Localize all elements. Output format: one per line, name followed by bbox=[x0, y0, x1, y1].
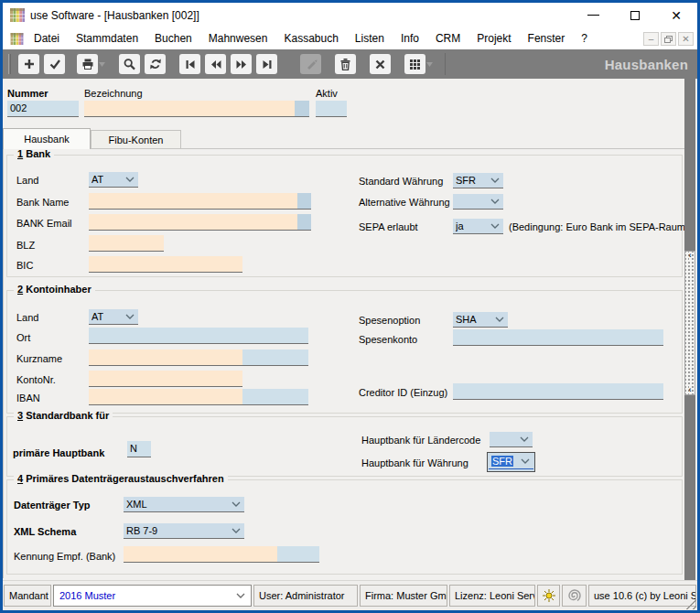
kurzname-field[interactable] bbox=[89, 350, 308, 366]
refresh-button[interactable] bbox=[145, 54, 166, 74]
spesenkonto-label: Spesenkonto bbox=[359, 334, 417, 345]
xml-schema-combo[interactable]: RB 7-9 bbox=[124, 523, 244, 539]
new-record-button[interactable] bbox=[18, 54, 39, 74]
spesenkonto-field[interactable] bbox=[453, 329, 663, 346]
first-record-icon bbox=[184, 59, 197, 70]
iban-field[interactable] bbox=[89, 389, 308, 405]
close-button[interactable]: ✕ bbox=[662, 5, 690, 26]
print-dropdown-button[interactable] bbox=[98, 54, 106, 74]
kennung-label: Kennung Empf. (Bank) bbox=[14, 551, 115, 562]
group-bank-title: 1 Bank bbox=[14, 148, 54, 159]
delete-button[interactable] bbox=[335, 54, 356, 74]
application-window: use Software - [Hausbanken [002]] ✕ Date… bbox=[0, 0, 700, 613]
menu-datei[interactable]: Datei bbox=[26, 28, 68, 48]
mandant-value: 2016 Muster bbox=[59, 590, 115, 601]
bezeichnung-field[interactable] bbox=[84, 101, 309, 117]
last-record-button[interactable] bbox=[256, 54, 277, 74]
previous-record-icon bbox=[210, 59, 222, 70]
status-sun-panel[interactable] bbox=[537, 585, 560, 607]
alt-waehrung-combo[interactable] bbox=[453, 194, 503, 210]
menu-buchen[interactable]: Buchen bbox=[146, 28, 200, 48]
spesenoption-label: Spesenoption bbox=[359, 315, 420, 326]
chevron-down-icon bbox=[490, 199, 500, 204]
menu-listen[interactable]: Listen bbox=[347, 28, 393, 48]
collapse-left-icon: ‹ bbox=[689, 386, 692, 394]
menu-crm[interactable]: CRM bbox=[427, 28, 468, 48]
sepa-label: SEPA erlaubt bbox=[359, 221, 418, 232]
grid-view-button[interactable] bbox=[404, 54, 425, 74]
bank-email-lookup-button[interactable] bbox=[297, 214, 311, 230]
mandant-combo[interactable]: 2016 Muster bbox=[53, 585, 252, 607]
mdi-minimize-button[interactable]: – bbox=[643, 32, 659, 46]
group-standardbank bbox=[6, 416, 683, 477]
kontonr-field[interactable] bbox=[89, 371, 242, 387]
aktiv-label: Aktiv bbox=[316, 88, 338, 99]
bezeichnung-lookup-button[interactable] bbox=[295, 101, 309, 116]
tab-hausbank[interactable]: Hausbank bbox=[3, 128, 91, 149]
maximize-button[interactable] bbox=[621, 5, 649, 26]
sepa-combo[interactable]: ja bbox=[453, 219, 503, 234]
konto-land-label: Land bbox=[16, 312, 38, 323]
sun-icon bbox=[542, 588, 556, 603]
hauptbank-laendercode-combo[interactable] bbox=[490, 432, 533, 447]
grid-dropdown-button[interactable] bbox=[425, 54, 434, 74]
std-waehrung-label: Standard Währung bbox=[359, 176, 443, 187]
primaere-hauptbank-field[interactable]: N bbox=[127, 441, 151, 457]
menu-help[interactable]: ? bbox=[573, 28, 596, 48]
menu-stammdaten[interactable]: Stammdaten bbox=[68, 28, 146, 48]
bank-name-lookup-button[interactable] bbox=[297, 193, 311, 209]
menu-fenster[interactable]: Fenster bbox=[520, 28, 574, 48]
group-datentraeger-title: 4 Primäres Datenträgeraustauschverfahren bbox=[14, 473, 228, 484]
bank-email-label: BANK Email bbox=[16, 218, 72, 229]
aktiv-field[interactable] bbox=[316, 101, 347, 117]
tab-fibu-konten[interactable]: Fibu-Konten bbox=[91, 130, 181, 149]
refresh-icon bbox=[149, 58, 162, 70]
menu-mahnwesen[interactable]: Mahnwesen bbox=[200, 28, 276, 48]
restore-icon bbox=[664, 36, 673, 43]
toolbar: Hausbanken bbox=[3, 49, 697, 79]
ort-field[interactable] bbox=[89, 328, 308, 344]
toolbar-grip[interactable] bbox=[8, 54, 11, 74]
bic-field[interactable] bbox=[89, 256, 242, 273]
bank-land-label: Land bbox=[16, 175, 38, 186]
spesenoption-combo[interactable]: SHA bbox=[453, 312, 508, 328]
save-button[interactable] bbox=[44, 54, 65, 74]
last-record-icon bbox=[261, 59, 274, 70]
minimize-button[interactable] bbox=[579, 5, 607, 26]
search-button[interactable] bbox=[119, 54, 140, 74]
ort-label: Ort bbox=[16, 332, 30, 343]
mdi-restore-button[interactable] bbox=[661, 32, 676, 46]
group-standardbank-title: 3 Standardbank für bbox=[14, 410, 113, 421]
side-panel-collapse-grip[interactable]: ‹ ‹ bbox=[684, 251, 695, 395]
menu-info[interactable]: Info bbox=[393, 28, 427, 48]
status-user-panel: User: Administrator bbox=[253, 585, 358, 607]
bank-name-field[interactable] bbox=[89, 193, 311, 210]
first-record-button[interactable] bbox=[179, 54, 200, 74]
bic-label: BIC bbox=[16, 260, 33, 271]
blz-field[interactable] bbox=[89, 235, 164, 252]
next-record-button[interactable] bbox=[231, 54, 252, 74]
nummer-field[interactable]: 002 bbox=[7, 101, 79, 117]
cancel-button[interactable] bbox=[370, 54, 391, 74]
mdi-window-buttons: – ✕ bbox=[643, 32, 694, 46]
spiral-icon bbox=[566, 589, 582, 603]
konto-land-combo[interactable]: AT bbox=[89, 309, 138, 325]
mdi-close-button[interactable]: ✕ bbox=[678, 32, 694, 46]
print-button[interactable] bbox=[77, 54, 98, 74]
std-waehrung-combo[interactable]: SFR bbox=[453, 173, 503, 188]
datentraeger-typ-combo[interactable]: XML bbox=[124, 497, 244, 512]
bank-land-combo[interactable]: AT bbox=[89, 172, 138, 188]
menu-projekt[interactable]: Projekt bbox=[468, 28, 519, 48]
hauptbank-waehrung-label: Hauptbank für Währung bbox=[361, 457, 468, 468]
previous-record-button[interactable] bbox=[205, 54, 226, 74]
kennung-field[interactable] bbox=[124, 546, 319, 563]
menu-kassabuch[interactable]: Kassabuch bbox=[275, 28, 346, 48]
hauptbank-waehrung-combo[interactable]: SFR bbox=[487, 452, 535, 472]
blz-label: BLZ bbox=[16, 240, 35, 251]
creditor-field[interactable] bbox=[453, 383, 663, 400]
status-spiral-panel[interactable] bbox=[562, 585, 587, 607]
bank-email-field[interactable] bbox=[89, 214, 311, 231]
menu-bar: Datei Stammdaten Buchen Mahnwesen Kassab… bbox=[3, 27, 697, 49]
chevron-down-icon bbox=[490, 177, 500, 183]
xml-schema-label: XML Schema bbox=[14, 526, 76, 537]
